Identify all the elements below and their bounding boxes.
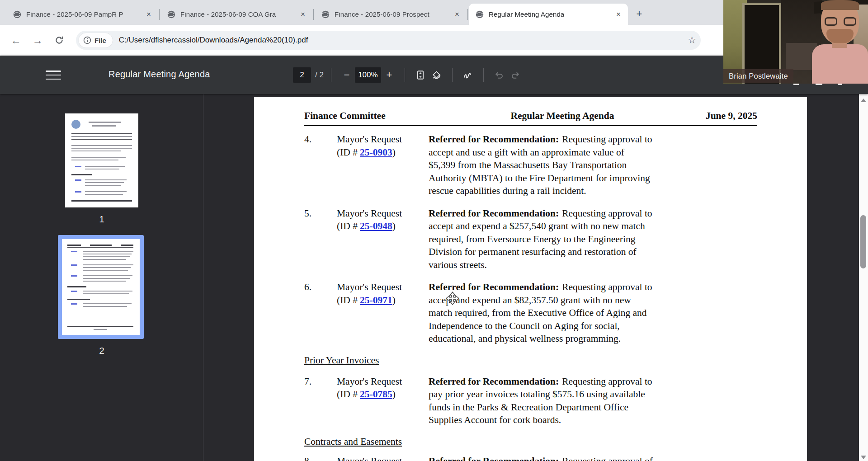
thumbnail-page-1-label: 1 [88, 214, 115, 225]
zoom-out-icon[interactable]: − [339, 67, 355, 83]
tab-close-icon[interactable]: × [144, 9, 154, 19]
committee-name: Finance Committee [304, 109, 458, 122]
tab-separator [467, 9, 468, 20]
tab-title: Finance - 2025-06-09 PampR P [26, 10, 144, 18]
reload-icon[interactable] [52, 33, 67, 48]
webcam-person-torso [812, 44, 868, 84]
undo-icon [491, 67, 507, 83]
new-tab-button[interactable]: + [632, 7, 646, 21]
item-number: 4. [304, 133, 337, 198]
thumbnail-sidebar: 1 [0, 94, 203, 461]
occluded-toolbar-icon [793, 84, 799, 85]
menu-icon[interactable] [43, 70, 64, 80]
bookmark-star-icon[interactable]: ☆ [688, 35, 696, 46]
item-id-link[interactable]: 25-0903 [360, 147, 392, 158]
tab-close-icon[interactable]: × [298, 9, 308, 19]
thumbnail-page-2-label: 2 [88, 345, 115, 356]
globe-icon [167, 10, 176, 19]
globe-icon [475, 10, 484, 19]
item-description: Referred for Recommendation:Requesting a… [429, 375, 682, 427]
browser-window: Finance - 2025-06-09 PampR P × Finance -… [0, 0, 868, 461]
section-heading-prior-year-invoices: Prior Year Invoices [304, 355, 807, 366]
omnibox[interactable]: File C:/Users/dfishercassiol/Downloads/A… [76, 31, 701, 50]
item-request: Mayor's Request [337, 455, 429, 461]
webcam-person-glasses [825, 17, 856, 26]
back-icon[interactable]: ← [8, 33, 24, 48]
redo-icon [507, 67, 524, 83]
occluded-toolbar-icon [838, 84, 842, 85]
globe-icon [321, 10, 330, 19]
fit-page-icon[interactable] [412, 67, 429, 83]
agenda-item-5: 5. Mayor's Request (ID #25-0948) Referre… [304, 207, 761, 272]
forward-icon[interactable]: → [30, 33, 45, 48]
annotate-ink-icon[interactable] [460, 67, 476, 83]
tab-finance-coa[interactable]: Finance - 2025-06-09 COA Gra × [160, 4, 312, 25]
tab-finance-prospect[interactable]: Finance - 2025-06-09 Prospect × [315, 4, 467, 25]
globe-icon [13, 10, 22, 19]
tab-separator [313, 9, 314, 20]
item-request: Mayor's Request (ID #25-0903) [337, 133, 429, 198]
agenda-title: Regular Meeting Agenda [458, 109, 667, 122]
tab-finance-pampr[interactable]: Finance - 2025-06-09 PampR P × [6, 4, 158, 25]
thumbnail-page-2-selected[interactable] [58, 235, 144, 339]
pdf-document-title: Regular Meeting Agenda [108, 69, 210, 80]
zoom-level-input[interactable]: 100% [355, 67, 381, 83]
item-number: 7. [304, 375, 337, 427]
item-id-link[interactable]: 25-0785 [360, 389, 392, 400]
agenda-item-4: 4. Mayor's Request (ID #25-0903) Referre… [304, 133, 761, 198]
scroll-up-icon[interactable] [861, 99, 866, 102]
file-scheme-label: File [94, 37, 106, 44]
thumbnail-page-2 [62, 239, 140, 335]
page-number-input[interactable]: 2 [293, 67, 311, 83]
webcam-person-hair [821, 0, 859, 10]
agenda-item-8-partial: 8. Mayor's Request Referred for Recommen… [304, 455, 761, 461]
pdf-viewer: 1 [0, 94, 868, 461]
thumbnail-page-1[interactable] [65, 113, 138, 207]
info-icon [83, 36, 91, 44]
item-description: Referred for Recommendation:Requesting a… [429, 455, 682, 461]
tab-title: Finance - 2025-06-09 COA Gra [180, 10, 298, 18]
webcam-overlay: Brian Postlewaite [723, 0, 868, 84]
item-description: Referred for Recommendation:Requesting a… [429, 207, 682, 272]
zoom-in-icon[interactable]: + [381, 67, 397, 83]
pdf-page[interactable]: Finance Committee Regular Meeting Agenda… [254, 97, 807, 461]
scroll-down-icon[interactable] [861, 456, 866, 459]
agenda-item-7: 7. Mayor's Request (ID #25-0785) Referre… [304, 375, 761, 427]
url-text[interactable]: C:/Users/dfishercassiol/Downloads/Agenda… [119, 36, 684, 45]
agenda-item-6: 6. Mayor's Request (ID #25-0971) Referre… [304, 281, 761, 345]
pdf-toolbar-controls: 2 / 2 − 100% + [293, 56, 524, 94]
item-request: Mayor's Request (ID #25-0948) [337, 207, 429, 272]
item-number: 8. [304, 455, 337, 461]
webcam-person-beard [826, 29, 854, 43]
tab-close-icon[interactable]: × [613, 9, 623, 19]
document-header: Finance Committee Regular Meeting Agenda… [304, 109, 757, 126]
item-description: Referred for Recommendation:Requesting a… [429, 281, 682, 345]
item-id-link[interactable]: 25-0948 [360, 221, 392, 231]
tab-title: Regular Meeting Agenda [489, 10, 613, 18]
item-request: Mayor's Request (ID #25-0785) [337, 375, 429, 427]
section-heading-contracts-easements: Contracts and Easements [304, 436, 807, 447]
tab-title: Finance - 2025-06-09 Prospect [335, 10, 452, 18]
rotate-icon[interactable] [429, 67, 445, 83]
vertical-scrollbar[interactable] [859, 94, 868, 461]
tab-regular-meeting-agenda[interactable]: Regular Meeting Agenda × [469, 4, 628, 25]
item-description: Referred for Recommendation:Requesting a… [429, 133, 682, 198]
page-total-label: / 2 [315, 71, 324, 80]
item-number: 6. [304, 281, 337, 345]
item-request: Mayor's Request (ID #25-0971) [337, 281, 429, 345]
scrollbar-thumb[interactable] [860, 215, 866, 268]
item-id-link[interactable]: 25-0971 [360, 295, 392, 306]
item-number: 5. [304, 207, 337, 272]
meeting-date: June 9, 2025 [667, 109, 757, 122]
file-scheme-chip[interactable]: File [79, 33, 113, 47]
webcam-name-label: Brian Postlewaite [723, 69, 793, 83]
tab-close-icon[interactable]: × [452, 9, 462, 19]
tab-separator [159, 9, 160, 20]
mouse-cursor [446, 292, 459, 307]
